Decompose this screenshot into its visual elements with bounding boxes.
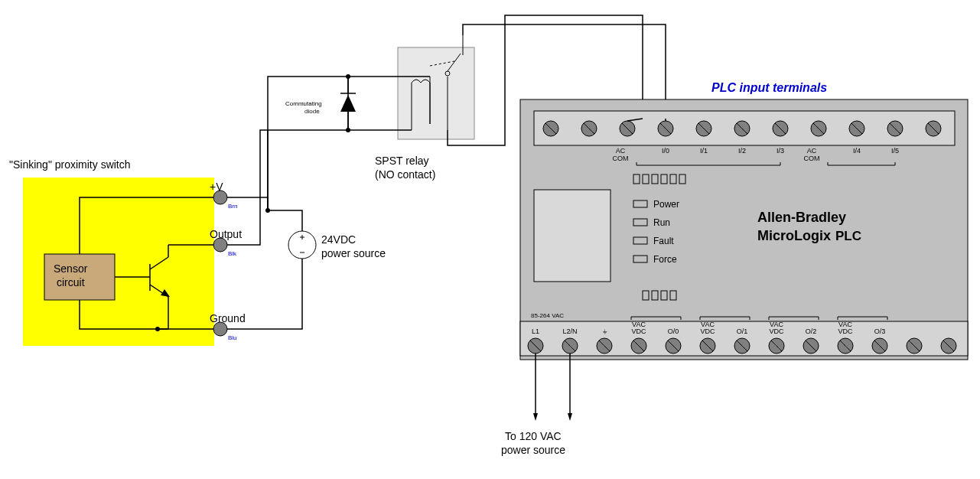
svg-text:I/0: I/0 [662, 147, 669, 155]
svg-marker-122 [533, 413, 538, 421]
svg-marker-16 [340, 95, 356, 112]
dc-label-1: 24VDC [321, 233, 356, 246]
commutating-diode: Commutating diode [260, 74, 356, 210]
relay: SPST relay (NO contact) [375, 35, 474, 181]
plc-header: PLC input terminals [711, 81, 827, 94]
diode-label-2: diode [304, 108, 320, 115]
proximity-switch-group: "Sinking" proximity switch Sensor circui… [9, 158, 246, 346]
svg-text:O/2: O/2 [806, 327, 817, 335]
svg-text:COM: COM [804, 155, 820, 162]
sensor-label-2: circuit [57, 276, 85, 288]
svg-text:VDC: VDC [700, 327, 715, 335]
svg-text:I/5: I/5 [891, 147, 899, 155]
mains-label-1: To 120 VAC [505, 430, 562, 442]
plc-model: MicroLogix [757, 228, 831, 243]
svg-text:AC: AC [807, 147, 817, 155]
svg-text:VDC: VDC [838, 327, 853, 335]
relay-title-1: SPST relay [375, 155, 429, 167]
output-label: Output [210, 228, 242, 240]
svg-text:VDC: VDC [631, 327, 646, 335]
vplus-label: +V [210, 181, 223, 193]
svg-text:L2/N: L2/N [562, 327, 577, 335]
sensor-label-1: Sensor [54, 262, 88, 275]
svg-text:O/1: O/1 [737, 327, 748, 335]
svg-text:I/3: I/3 [777, 147, 784, 155]
dc-label-2: power source [321, 247, 386, 259]
svg-text:AC: AC [616, 147, 626, 155]
svg-rect-29 [534, 190, 610, 282]
svg-text:I/4: I/4 [853, 147, 861, 155]
relay-body [398, 47, 474, 139]
ground-color: Blu [228, 334, 237, 341]
plc: PLC input terminals 85-264 VAC Power Run… [501, 81, 968, 456]
mains-label-2: power source [501, 444, 565, 456]
relay-title-2: (NO contact) [375, 168, 435, 181]
svg-text:L1: L1 [532, 327, 539, 335]
svg-text:Power: Power [653, 199, 679, 210]
svg-marker-123 [568, 413, 572, 421]
plc-type: PLC [835, 229, 861, 243]
wire-to-dc-plus [268, 210, 302, 231]
proximity-title: "Sinking" proximity switch [9, 158, 131, 171]
svg-text:I/2: I/2 [738, 147, 746, 155]
vplus-color: Brn [228, 203, 237, 210]
plc-brand: Allen-Bradley [757, 210, 846, 225]
output-color: Blk [228, 250, 237, 257]
svg-text:VDC: VDC [769, 327, 784, 335]
svg-text:Run: Run [653, 217, 670, 228]
svg-text:Fault: Fault [653, 236, 674, 246]
plc-vrange: 85-264 VAC [531, 312, 564, 319]
ground-label: Ground [210, 312, 246, 324]
svg-text:O/3: O/3 [874, 327, 886, 335]
svg-text:I/1: I/1 [700, 147, 708, 155]
svg-text:O/0: O/0 [668, 327, 679, 335]
svg-text:Force: Force [653, 254, 677, 265]
dc-source: 24VDC power source [288, 231, 386, 259]
diode-label-1: Commutating [285, 100, 322, 107]
svg-text:COM: COM [613, 155, 629, 162]
